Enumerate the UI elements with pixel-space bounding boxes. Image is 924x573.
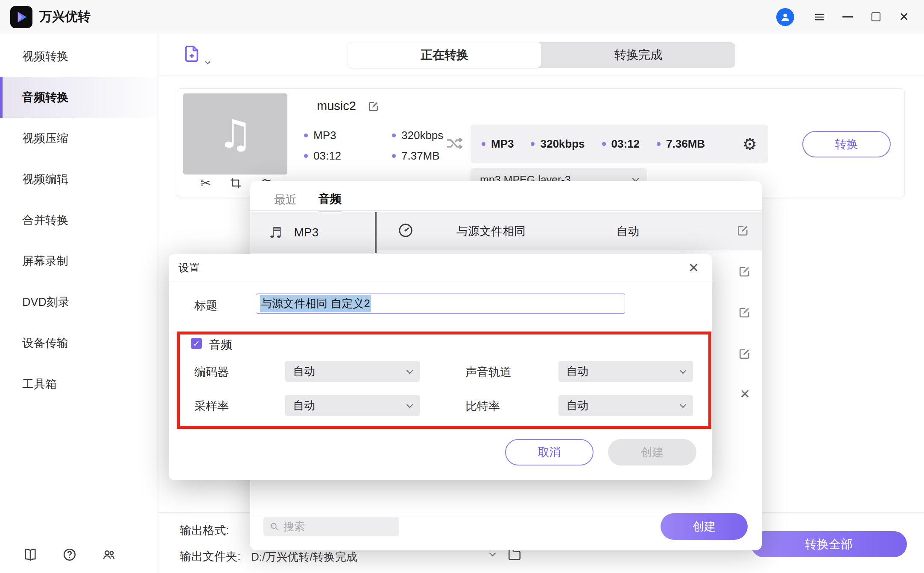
bitrate-dropdown[interactable]: 自动	[558, 395, 693, 416]
sidebar-item-toolbox[interactable]: 工具箱	[0, 364, 158, 404]
titlebar: 万兴优转 ✕	[0, 0, 924, 34]
edit-preset-icon[interactable]	[736, 224, 750, 239]
output-folder-label: 输出文件夹:	[180, 549, 241, 564]
maximize-button[interactable]	[866, 7, 886, 27]
music-note-icon: ♫	[218, 111, 253, 157]
gear-icon[interactable]: ⚙	[743, 135, 757, 154]
edit-preset-icon[interactable]	[738, 347, 751, 362]
audio-checkbox[interactable]: ✓	[191, 338, 202, 349]
preset-title-input[interactable]: 与源文件相同 自定义2	[256, 294, 625, 314]
sidebar-item-label: 视频编辑	[22, 172, 68, 187]
output-folder-path[interactable]: D:/万兴优转/转换完成	[251, 550, 357, 564]
sidebar-item-merge-convert[interactable]: 合并转换	[0, 200, 158, 241]
edit-preset-icon[interactable]	[738, 305, 751, 321]
preset-row-same-as-source[interactable]: 与源文件相同 自动	[377, 212, 762, 250]
source-bitrate-value: 320kbps	[401, 129, 443, 142]
audio-track-value: 自动	[566, 364, 588, 379]
sidebar-item-device-transfer[interactable]: 设备传输	[0, 323, 158, 364]
minimize-button[interactable]	[838, 7, 857, 27]
sidebar-item-screen-record[interactable]: 屏幕录制	[0, 241, 158, 282]
sidebar-item-label: 视频转换	[22, 49, 68, 64]
sidebar-item-label: 设备传输	[22, 335, 68, 351]
selected-input-text: 与源文件相同 自定义2	[260, 295, 371, 312]
chevron-down-icon	[406, 367, 413, 374]
main-toolbar: 正在转换 转换完成	[158, 34, 924, 76]
delete-preset-icon[interactable]: ✕	[740, 387, 750, 401]
crop-icon[interactable]	[230, 177, 242, 189]
file-title-row: music2	[317, 99, 380, 113]
help-icon[interactable]	[62, 547, 77, 562]
bullet-icon	[304, 154, 308, 158]
bullet-icon	[392, 154, 396, 158]
output-bitrate: 320kbps	[531, 137, 585, 151]
chevron-down-icon	[680, 367, 687, 374]
add-file-icon	[182, 44, 202, 64]
sample-rate-value: 自动	[293, 398, 315, 413]
check-icon: ✓	[193, 339, 200, 349]
format-search-box[interactable]	[263, 517, 399, 536]
minimize-icon	[842, 16, 853, 17]
format-create-button[interactable]: 创建	[661, 513, 748, 540]
source-meta-row-2: 03:12 7.37MB	[304, 149, 457, 163]
close-icon: ✕	[899, 11, 909, 23]
app-logo	[10, 6, 32, 28]
output-format-label: 输出格式:	[180, 523, 229, 538]
settings-cancel-button[interactable]: 取消	[505, 439, 594, 465]
file-thumbnail: ♫	[183, 93, 287, 175]
bitrate-value: 自动	[566, 398, 588, 413]
sidebar-item-label: 视频压缩	[22, 131, 68, 146]
community-icon[interactable]	[102, 547, 116, 562]
tab-recent[interactable]: 最近	[274, 192, 297, 207]
settings-dialog: 设置 ✕ 标题 与源文件相同 自定义2 ✓ 音频 编码器 自动 声音轨道 自动 …	[169, 254, 712, 480]
convert-status-tabs: 正在转换 转换完成	[348, 42, 735, 68]
output-format: MP3	[482, 137, 514, 151]
sidebar-item-label: 屏幕录制	[22, 253, 68, 269]
output-size-value: 7.36MB	[666, 137, 705, 151]
preset-name: 与源文件相同	[456, 224, 526, 239]
output-duration-value: 03:12	[611, 137, 640, 151]
output-settings-box[interactable]: MP3 320kbps 03:12 7.36MB ⚙	[471, 125, 768, 163]
sidebar-item-dvd-burn[interactable]: DVD刻录	[0, 282, 158, 323]
settings-close-button[interactable]: ✕	[688, 260, 699, 275]
source-meta-row-1: MP3 320kbps	[304, 129, 457, 142]
format-list-scrollbar[interactable]	[375, 212, 377, 253]
encoder-label: 编码器	[194, 364, 229, 380]
rename-edit-icon[interactable]	[367, 100, 380, 113]
output-duration: 03:12	[602, 137, 640, 151]
add-file-dropdown-icon[interactable]	[205, 59, 211, 64]
convert-button[interactable]: 转换	[802, 131, 891, 157]
close-window-button[interactable]: ✕	[894, 7, 914, 27]
sidebar-item-video-compress[interactable]: 视频压缩	[0, 118, 158, 159]
bullet-icon	[392, 134, 396, 137]
audio-track-dropdown[interactable]: 自动	[558, 361, 693, 382]
tab-converting[interactable]: 正在转换	[348, 42, 541, 68]
add-file-button[interactable]	[182, 44, 210, 64]
bullet-icon	[482, 142, 485, 146]
bullet-icon	[304, 134, 308, 137]
bullet-icon	[531, 142, 535, 146]
encoder-dropdown[interactable]: 自动	[285, 361, 420, 382]
edit-preset-icon[interactable]	[738, 265, 751, 280]
source-duration: 03:12	[304, 149, 369, 163]
source-format: MP3	[304, 129, 369, 142]
file-name: music2	[317, 99, 356, 113]
sidebar-item-label: 工具箱	[22, 376, 57, 392]
settings-create-button[interactable]: 创建	[608, 439, 696, 465]
maximize-icon	[871, 12, 880, 21]
user-avatar[interactable]	[776, 8, 794, 26]
search-input[interactable]	[284, 521, 393, 533]
output-folder-dropdown[interactable]	[490, 553, 495, 556]
sample-rate-label: 采样率	[194, 398, 229, 414]
tab-finished[interactable]: 转换完成	[541, 42, 735, 68]
sidebar-item-video-edit[interactable]: 视频编辑	[0, 159, 158, 200]
format-list-item-mp3[interactable]: ♬ MP3	[250, 212, 375, 253]
menu-button[interactable]	[810, 7, 829, 27]
sidebar-item-audio-convert[interactable]: 音频转换	[0, 77, 158, 118]
convert-all-button[interactable]: 转换全部	[751, 531, 907, 557]
encoder-value: 自动	[293, 364, 315, 379]
guide-book-icon[interactable]	[23, 547, 38, 562]
trim-scissors-icon[interactable]: ✂	[200, 175, 211, 190]
sample-rate-dropdown[interactable]: 自动	[285, 395, 420, 416]
chevron-down-icon	[406, 401, 413, 408]
sidebar-item-video-convert[interactable]: 视频转换	[0, 36, 158, 77]
